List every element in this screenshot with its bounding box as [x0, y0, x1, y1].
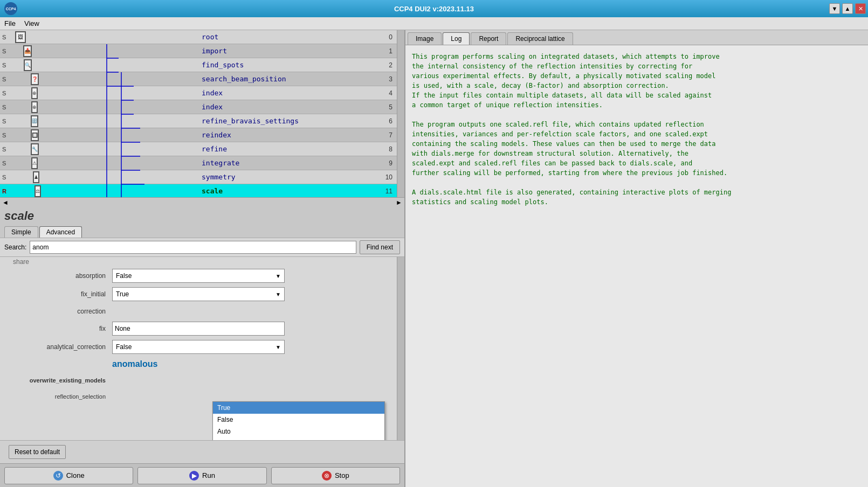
reset-to-default-button[interactable]: Reset to default: [9, 445, 66, 459]
job-status-4: S: [0, 90, 10, 96]
job-icon-3: ❓: [10, 73, 26, 85]
search-label: Search:: [4, 244, 26, 251]
param-scrollbar[interactable]: [397, 257, 404, 440]
tabs: Simple Advanced: [0, 225, 404, 238]
reflection-label: reflection_selection: [4, 393, 112, 400]
job-icon-10: ♟: [10, 171, 26, 183]
stop-button[interactable]: ⊗ Stop: [271, 467, 400, 484]
overwrite-label: overwrite_existing_models: [4, 377, 112, 384]
param-row-overwrite: overwrite_existing_models: [0, 372, 404, 388]
job-icon-4: ⊕: [10, 87, 26, 99]
fix-initial-value-container: True ▼: [112, 287, 400, 301]
title-bar: CCP4 CCP4 DUI2 v:2023.11.13 ▼ ▲ ✕: [0, 0, 868, 17]
tab-simple[interactable]: Simple: [4, 226, 38, 238]
anomalous-text: anomalous: [112, 359, 157, 368]
job-icon-6: 🔡: [10, 115, 26, 127]
job-row-1[interactable]: S 📥 import 1: [0, 44, 404, 58]
job-status-11: R: [0, 188, 10, 194]
job-name-0: root: [199, 33, 375, 41]
job-status-1: S: [0, 48, 10, 54]
window-controls: ▼ ▲ ✕: [829, 3, 866, 14]
job-num-0: 0: [375, 33, 397, 41]
clone-button[interactable]: ↺ Clone: [4, 467, 133, 484]
right-panel-tabs: Image Log Report Reciprocal lattice: [405, 30, 868, 45]
fix-initial-label: fix_initial: [4, 290, 112, 298]
job-row-11[interactable]: R ⚖ scale 11: [0, 184, 404, 197]
tab-log[interactable]: Log: [443, 32, 470, 45]
job-num-10: 10: [375, 173, 397, 181]
job-row-2[interactable]: S 🔍 find_spots 2: [0, 58, 404, 72]
fix-initial-select[interactable]: True ▼: [112, 287, 285, 301]
job-row-7[interactable]: S 🔲 reindex 7: [0, 128, 404, 142]
job-num-2: 2: [375, 61, 397, 69]
analytical-correction-select[interactable]: False ▼: [112, 340, 285, 354]
param-row-fix: fix None: [0, 319, 404, 338]
file-menu[interactable]: File: [4, 19, 16, 27]
stop-icon: ⊗: [322, 471, 332, 481]
analytical-correction-value-container: False ▼: [112, 340, 400, 354]
run-icon: ▶: [189, 471, 199, 481]
job-name-11: scale: [199, 187, 375, 195]
param-row-correction-label: correction: [0, 303, 404, 319]
right-panel: Image Log Report Reciprocal lattice This…: [404, 30, 868, 487]
run-button[interactable]: ▶ Run: [137, 467, 266, 484]
dropdown-option-true[interactable]: True: [213, 402, 384, 414]
fix-input[interactable]: None: [112, 322, 285, 336]
job-status-8: S: [0, 146, 10, 152]
correction-label: correction: [4, 308, 112, 315]
view-menu[interactable]: View: [24, 19, 39, 27]
tab-report[interactable]: Report: [471, 32, 506, 45]
log-paragraph-2: The program outputs one scaled.refl file…: [412, 120, 862, 178]
job-name-10: symmetry: [199, 173, 375, 181]
job-num-6: 6: [375, 117, 397, 125]
stop-label: Stop: [335, 471, 349, 479]
fix-value-container: None: [112, 322, 400, 336]
bottom-bar: ↺ Clone ▶ Run ⊗ Stop: [0, 463, 404, 487]
job-nav-left[interactable]: ◄: [0, 199, 11, 206]
dropdown-option-false[interactable]: False: [213, 414, 384, 426]
search-input[interactable]: [30, 241, 356, 254]
absorption-select[interactable]: False ▼: [112, 269, 285, 283]
find-next-button[interactable]: Find next: [360, 240, 400, 254]
job-row-6[interactable]: S 🔡 refine_bravais_settings 6: [0, 114, 404, 128]
analytical-correction-selected-value: False: [116, 343, 132, 351]
dropdown-option-auto[interactable]: Auto: [213, 426, 384, 437]
job-num-9: 9: [375, 159, 397, 167]
job-icon-2: 🔍: [10, 59, 26, 71]
clone-label: Clone: [66, 471, 85, 479]
param-area: share absorption False ▼ fix_initial Tru…: [0, 256, 404, 440]
job-icon-1: 📥: [10, 45, 26, 57]
job-nav-right[interactable]: ►: [394, 199, 404, 206]
job-num-7: 7: [375, 131, 397, 139]
job-status-5: S: [0, 104, 10, 110]
job-row-0[interactable]: S 🖼 root 0: [0, 30, 404, 44]
job-name-7: reindex: [199, 131, 375, 139]
job-row-8[interactable]: S 🔧 refine 8: [0, 142, 404, 156]
job-list-scrollbar[interactable]: [397, 30, 404, 197]
maximize-button[interactable]: ▲: [842, 3, 853, 14]
job-row-10[interactable]: S ♟ symmetry 10: [0, 170, 404, 184]
main-content: S 🖼 root 0 S 📥 import 1 S: [0, 30, 868, 487]
job-name-4: index: [199, 89, 375, 97]
job-num-4: 4: [375, 89, 397, 97]
dropdown-option-none[interactable]: None: [213, 437, 384, 440]
search-bar: Search: Find next: [0, 238, 404, 256]
tab-advanced[interactable]: Advanced: [39, 226, 82, 238]
absorption-dropdown-arrow: ▼: [275, 273, 281, 279]
close-button[interactable]: ✕: [855, 3, 866, 14]
absorption-label: absorption: [4, 272, 112, 280]
absorption-value-container: False ▼: [112, 269, 400, 283]
clone-icon: ↺: [53, 471, 63, 481]
minimize-button[interactable]: ▼: [829, 3, 840, 14]
job-nav: ◄ ►: [0, 197, 404, 207]
job-row-3[interactable]: S ❓ search_beam_position 3: [0, 72, 404, 86]
log-content: This program performs scaling on integra…: [405, 45, 868, 487]
job-row-5[interactable]: S ⊕ index 5: [0, 100, 404, 114]
job-row-9[interactable]: S ⚠ integrate 9: [0, 156, 404, 170]
job-row-4[interactable]: S ⊕ index 4: [0, 86, 404, 100]
tab-reciprocal-lattice[interactable]: Reciprocal lattice: [507, 32, 573, 45]
reset-area: Reset to default: [0, 440, 404, 463]
tab-image[interactable]: Image: [408, 32, 442, 45]
log-paragraph-3: A dials.scale.html file is also generate…: [412, 187, 862, 207]
left-panel: S 🖼 root 0 S 📥 import 1 S: [0, 30, 404, 487]
